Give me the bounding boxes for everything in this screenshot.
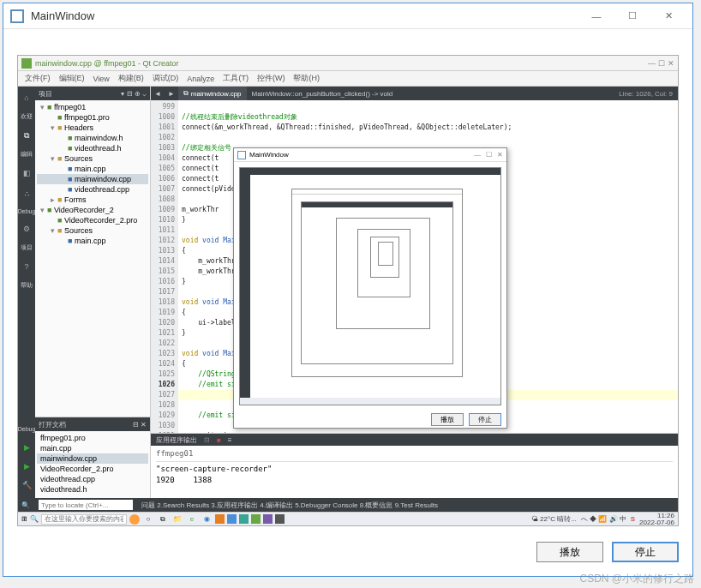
code-line: //绑定相关信号 (182, 144, 231, 152)
opendoc-item[interactable]: VideoRecorder_2.pro (37, 464, 148, 474)
nested-play-button[interactable]: 播放 (431, 413, 464, 426)
code-line: m_workThr (198, 267, 235, 275)
qt-close-icon[interactable]: ✕ (668, 59, 674, 68)
app-icon (10, 9, 24, 23)
close-button[interactable]: ✕ (651, 4, 686, 28)
menu-edit[interactable]: 编辑(E) (59, 73, 85, 84)
taskbar-search[interactable] (41, 514, 127, 525)
menu-view[interactable]: View (93, 75, 110, 83)
app-icon-grey[interactable] (275, 514, 285, 524)
mode-design-icon[interactable]: ◧ (21, 167, 33, 179)
tree-item[interactable]: ▾■ Sources (37, 153, 148, 164)
maximize-button[interactable]: ☐ (615, 4, 650, 28)
tree-item[interactable]: ▾■ Sources (37, 225, 148, 236)
code-line: emit sig_ (198, 432, 235, 433)
project-tree[interactable]: ▾■ ffmpeg01■ ffmpeg01.pro▾■ Headers■ mai… (35, 100, 150, 417)
edge2-icon[interactable]: ◉ (201, 514, 213, 525)
start-icon[interactable]: ⊞ (21, 515, 27, 523)
opendocs-list[interactable]: ffmpeg01.promain.cppmainwindow.cppVideoR… (35, 431, 150, 496)
recursion-level-5 (357, 229, 410, 297)
menu-build[interactable]: 构建(B) (118, 73, 144, 84)
app-icon-teal[interactable] (239, 514, 249, 524)
locate-icon[interactable]: 🔍 (21, 501, 30, 509)
status-items[interactable]: 问题 2.Search Results 3.应用程序输出 4.编译输出 5.De… (141, 501, 438, 510)
stop-icon[interactable]: ■ (217, 436, 221, 444)
code-line: ui->label (198, 319, 235, 327)
search-icon[interactable]: 🔍 (30, 515, 39, 523)
tree-item[interactable]: ■ main.cpp (37, 236, 148, 246)
output-body[interactable]: ffmpeg01 "screen-capture-recorder" 1920 … (151, 446, 678, 498)
opendoc-item[interactable]: ffmpeg01.pro (37, 433, 148, 443)
menu-window[interactable]: 控件(W) (257, 73, 285, 84)
stop-button[interactable]: 停止 (612, 542, 679, 562)
tree-item[interactable]: ■ mainwindow.cpp (37, 174, 148, 184)
windows-taskbar: ⊞ 🔍 ○ ⧉ 📁 e ◉ 🌤 22°C 晴转... へ ◆ 📶 🔊 中 S 1… (18, 512, 678, 525)
build-icon[interactable]: 🔨 (21, 479, 33, 491)
system-tray[interactable]: へ ◆ 📶 🔊 中 (581, 514, 626, 524)
recursion-level-3 (301, 201, 453, 364)
debug-run-icon[interactable]: ▶ (21, 460, 33, 472)
opendoc-item[interactable]: videothread.h (37, 484, 148, 495)
tree-item[interactable]: ▾■ ffmpeg01 (37, 102, 148, 112)
project-pane-header: 项目 ▾ ⊟ ⊕ ⌵ (35, 87, 150, 100)
taskview-icon[interactable]: ⧉ (157, 514, 169, 525)
nested-min-icon[interactable]: — (474, 151, 481, 159)
opendoc-item[interactable]: videothread.cpp (37, 474, 148, 484)
kit-selector-icon[interactable]: Debug (21, 423, 33, 435)
editor-pane: ◄ ► ⧉ mainwindow.cpp MainWindow::on_push… (151, 87, 678, 498)
minimize-button[interactable]: — (579, 4, 614, 28)
mode-edit-icon[interactable]: ⧉ (21, 129, 33, 141)
menu-analyze[interactable]: Analyze (187, 75, 214, 83)
opendoc-item[interactable]: mainwindow.cpp (37, 453, 148, 464)
qt-minimize-icon[interactable]: — (648, 59, 656, 68)
symbol-label: MainWindow::on_pushButton_clicked() -> v… (252, 90, 393, 98)
run-icon[interactable]: ▶ (21, 441, 33, 453)
menu-file[interactable]: 文件(F) (25, 73, 51, 84)
symbol-selector[interactable]: MainWindow::on_pushButton_clicked() -> v… (247, 87, 398, 100)
mode-help-icon[interactable]: ? (21, 261, 33, 273)
editor-tab-active[interactable]: ⧉ mainwindow.cpp (178, 87, 247, 100)
editor-tab-label: mainwindow.cpp (191, 90, 242, 98)
code-line: //emit si (198, 411, 235, 419)
tree-item[interactable]: ■ main.cpp (37, 164, 148, 174)
line-gutter: 999 1000 1001 1002 1003 1004 1005 1006 1… (151, 100, 178, 433)
menu-help[interactable]: 帮助(H) (293, 73, 320, 84)
mode-debug-icon[interactable]: ⛬ (21, 188, 33, 200)
cortana-icon[interactable]: ○ (142, 514, 154, 525)
locate-input[interactable] (39, 500, 133, 510)
app-icon-blue[interactable] (227, 514, 237, 524)
tree-item[interactable]: ■ videothread.cpp (37, 184, 148, 195)
mode-projects-icon[interactable]: ⚙ (21, 223, 33, 235)
tree-item[interactable]: ■ VideoRecorder_2.pro (37, 215, 148, 225)
opendocs-controls[interactable]: ⊟ ✕ (133, 421, 147, 429)
nav-back-icon[interactable]: ◄ (151, 90, 165, 98)
nested-max-icon[interactable]: ☐ (486, 151, 492, 159)
nav-fwd-icon[interactable]: ► (165, 90, 178, 98)
nested-stop-button[interactable]: 停止 (469, 413, 501, 426)
tree-item[interactable]: ▾■ VideoRecorder_2 (37, 205, 148, 215)
explorer-icon[interactable]: 📁 (171, 514, 183, 525)
play-button[interactable]: 播放 (536, 542, 603, 562)
code-area[interactable]: 999 1000 1001 1002 1003 1004 1005 1006 1… (151, 100, 678, 433)
app-icon-purple[interactable] (263, 514, 273, 524)
qt-maximize-icon[interactable]: ☐ (658, 59, 665, 68)
mode-welcome-icon[interactable]: ⌂ (21, 92, 33, 104)
tree-item[interactable]: ■ mainwindow.h (37, 133, 148, 143)
tree-item[interactable]: ▸■ Forms (37, 195, 148, 205)
tree-item[interactable]: ▾■ Headers (37, 123, 148, 133)
nested-close-icon[interactable]: ✕ (497, 151, 503, 159)
edge-icon[interactable]: e (186, 514, 198, 525)
sogou-icon[interactable]: S (631, 515, 635, 523)
tree-item[interactable]: ■ videothread.h (37, 143, 148, 153)
menu-debug[interactable]: 调试(D) (153, 73, 179, 84)
tree-item[interactable]: ■ ffmpeg01.pro (37, 112, 148, 123)
qt-taskbar-icon[interactable] (251, 514, 261, 524)
opendoc-item[interactable]: main.cpp (37, 443, 148, 453)
project-pane-controls[interactable]: ▾ ⊟ ⊕ ⌵ (121, 90, 147, 98)
clock-date[interactable]: 2022-07-06 (639, 519, 674, 526)
menu-tools[interactable]: 工具(T) (223, 73, 249, 84)
app-icon-orange[interactable] (215, 514, 225, 524)
project-pane: 项目 ▾ ⊟ ⊕ ⌵ ▾■ ffmpeg01■ ffmpeg01.pro▾■ H… (35, 87, 151, 498)
task-icon[interactable] (129, 514, 140, 525)
weather-widget[interactable]: 🌤 22°C 晴转... (531, 514, 577, 524)
